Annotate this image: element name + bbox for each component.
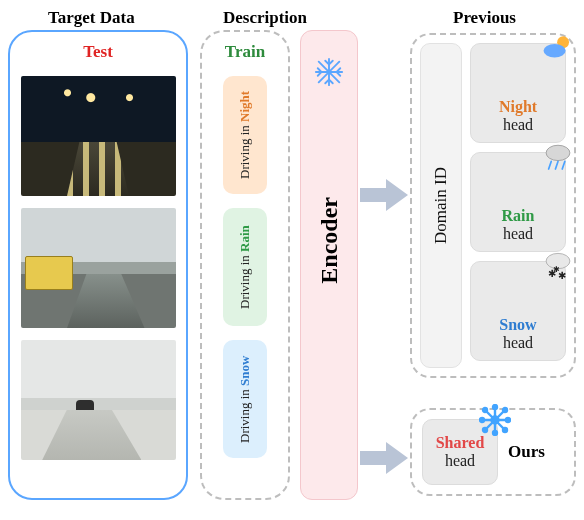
encoder-block: Encoder [300, 30, 358, 500]
head-sub-label: head [503, 334, 533, 352]
rain-cloud-icon [541, 141, 575, 175]
heads-list: Night head Rain head ✱✱✱ [470, 43, 566, 368]
ours-panel: Shared head Ours [410, 408, 576, 496]
svg-point-10 [546, 145, 570, 160]
svg-point-25 [480, 418, 484, 422]
svg-text:✱: ✱ [553, 265, 560, 274]
svg-rect-6 [360, 451, 386, 465]
svg-point-29 [503, 408, 507, 412]
shared-sub: head [445, 452, 475, 470]
chip-lead: Driving in [237, 386, 252, 443]
header-target-data: Target Data [48, 8, 135, 28]
svg-point-27 [483, 408, 487, 412]
desc-chip-night: Driving in Night [223, 76, 267, 194]
svg-rect-4 [360, 188, 386, 202]
sun-cloud-icon [541, 32, 575, 66]
svg-marker-7 [386, 442, 408, 474]
shared-label: Shared [436, 434, 485, 452]
test-label: Test [83, 42, 113, 62]
chip-domain: Rain [237, 225, 252, 252]
target-image-night [21, 76, 176, 196]
shared-head-card: Shared head [422, 419, 498, 485]
head-domain-label: Night [499, 98, 537, 116]
svg-point-26 [506, 418, 510, 422]
chip-domain: Snow [237, 355, 252, 385]
svg-point-9 [544, 44, 566, 58]
head-card-rain: Rain head [470, 152, 566, 252]
svg-point-28 [503, 428, 507, 432]
desc-chip-rain: Driving in Rain [223, 208, 267, 326]
snowflake-icon [314, 57, 344, 87]
chip-lead: Driving in [237, 252, 252, 309]
target-image-snow [21, 340, 176, 460]
head-card-night: Night head [470, 43, 566, 143]
header-description: Description [223, 8, 307, 28]
train-label: Train [225, 42, 265, 62]
svg-point-22 [492, 417, 499, 424]
svg-point-23 [493, 405, 497, 409]
target-data-panel: Test [8, 30, 188, 500]
head-domain-label: Rain [502, 207, 535, 225]
previous-panel: Domain ID Night head Rain [410, 33, 576, 378]
svg-point-30 [483, 428, 487, 432]
snowflake-color-icon [479, 404, 511, 436]
chip-lead: Driving in [237, 122, 252, 179]
description-panel: Train Driving in Night Driving in Rain D… [200, 30, 290, 500]
target-image-rain [21, 208, 176, 328]
head-domain-label: Snow [499, 316, 536, 334]
svg-point-24 [493, 431, 497, 435]
svg-line-13 [562, 161, 565, 169]
svg-marker-5 [386, 179, 408, 211]
head-sub-label: head [503, 116, 533, 134]
svg-line-11 [549, 161, 552, 169]
desc-chip-snow: Driving in Snow [223, 340, 267, 458]
ours-label: Ours [508, 442, 545, 462]
header-previous: Previous [453, 8, 516, 28]
domain-id-block: Domain ID [420, 43, 462, 368]
encoder-label: Encoder [316, 197, 343, 284]
svg-line-12 [555, 161, 558, 169]
chip-domain: Night [237, 91, 252, 122]
head-card-snow: ✱✱✱ Snow head [470, 261, 566, 361]
head-sub-label: head [503, 225, 533, 243]
snow-cloud-icon: ✱✱✱ [541, 250, 575, 284]
